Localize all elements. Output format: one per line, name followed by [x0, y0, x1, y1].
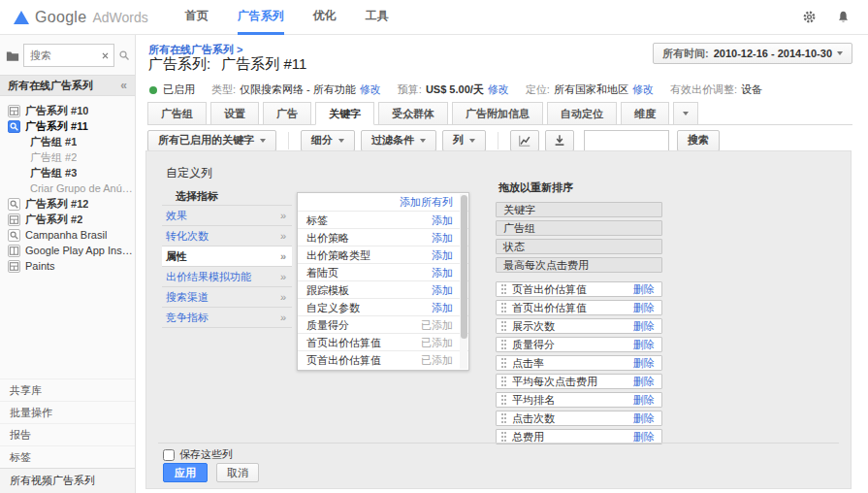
metric-category[interactable]: 出价结果模拟功能» [162, 267, 292, 287]
tab-广告[interactable]: 广告 [263, 102, 311, 125]
add-link[interactable]: 添加 [432, 212, 453, 228]
search-button[interactable]: 搜索 [677, 130, 720, 151]
bell-icon[interactable] [836, 10, 851, 24]
sidebar-search-input[interactable] [30, 49, 101, 61]
edit-link[interactable]: 修改 [360, 82, 381, 97]
metric-category[interactable]: 搜索渠道» [162, 287, 292, 308]
download-button[interactable] [545, 130, 574, 151]
reorder-items: 关键字广告组状态最高每次点击费用页首出价估算值删除首页出价估算值删除展示次数删除… [496, 202, 662, 444]
remove-link[interactable]: 删除 [633, 430, 655, 444]
sidebar-tree-item[interactable]: 广告系列 #12 [0, 196, 135, 212]
tab-广告附加信息[interactable]: 广告附加信息 [452, 102, 543, 125]
tab-关键字[interactable]: 关键字 [315, 102, 374, 125]
removable-column-item[interactable]: 平均每次点击费用删除 [496, 374, 662, 389]
sidebar-tree-item[interactable]: 广告组 #2 [0, 149, 135, 165]
metric-category[interactable]: 效果» [162, 206, 292, 226]
add-link[interactable]: 添加 [432, 229, 453, 246]
chevron-down-icon [469, 139, 475, 143]
drag-handle-icon[interactable] [501, 284, 506, 294]
folder-icon[interactable] [6, 49, 19, 62]
cancel-button[interactable]: 取消 [216, 463, 259, 482]
sidebar-tree-item[interactable]: Paints [0, 258, 135, 274]
sidebar-footer-item[interactable]: 共享库 [0, 378, 135, 401]
toolbar-divider [498, 132, 498, 149]
drag-handle-icon[interactable] [501, 303, 506, 312]
sidebar-item-all-video-campaigns[interactable]: 所有视频广告系列 [0, 468, 135, 493]
metric-category[interactable]: 转化次数» [162, 226, 292, 246]
top-nav-item[interactable]: 工具 [366, 0, 389, 35]
edit-link[interactable]: 修改 [488, 82, 509, 97]
remove-link[interactable]: 删除 [633, 282, 655, 296]
toolbar-dropdown-button[interactable]: 细分 [301, 130, 355, 151]
sidebar-tree-item[interactable]: 广告组 #3 [0, 165, 135, 181]
removable-column-item[interactable]: 平均排名删除 [496, 392, 662, 408]
sidebar-tree-item[interactable]: Criar Grupo de Anúncios [0, 181, 135, 196]
edit-link[interactable]: 修改 [632, 82, 654, 97]
collapse-icon[interactable]: « [120, 79, 127, 92]
tab-广告组[interactable]: 广告组 [147, 102, 207, 125]
removable-column-item[interactable]: 点击次数删除 [496, 411, 662, 426]
sidebar-footer-item[interactable]: 报告 [0, 423, 135, 445]
remove-link[interactable]: 删除 [633, 319, 655, 333]
remove-link[interactable]: 删除 [633, 301, 655, 314]
add-link[interactable]: 添加 [432, 246, 453, 263]
drag-handle-icon[interactable] [501, 358, 506, 368]
chart-button[interactable] [510, 130, 539, 151]
top-nav-item[interactable]: 广告系列 [238, 0, 284, 35]
drag-handle-icon[interactable] [501, 413, 506, 423]
remove-link[interactable]: 删除 [633, 393, 655, 407]
top-nav-item[interactable]: 首页 [185, 0, 209, 35]
add-link[interactable]: 添加 [432, 281, 453, 298]
tab-more-button[interactable] [673, 102, 698, 125]
sidebar-tree-item[interactable]: Google Play App Installs [0, 243, 135, 258]
top-nav-item[interactable]: 优化 [313, 0, 337, 35]
sidebar-tree-item[interactable]: 广告系列 #11 [0, 118, 135, 134]
sidebar-search-box[interactable] [23, 44, 114, 67]
metric-category[interactable]: 属性» [162, 246, 292, 267]
remove-link[interactable]: 删除 [633, 338, 655, 351]
search-icon[interactable] [118, 49, 130, 61]
chevron-down-icon [338, 139, 344, 143]
drag-handle-icon[interactable] [501, 377, 506, 386]
adwords-logo[interactable]: Google AdWords [14, 9, 148, 26]
metric-category[interactable]: 竞争指标» [162, 308, 292, 328]
keyword-view-button[interactable]: 所有已启用的关键字 [147, 130, 276, 151]
sidebar-footer-item[interactable]: 批量操作 [0, 401, 135, 423]
save-columns-checkbox[interactable] [163, 449, 175, 461]
sidebar-header[interactable]: 所有在线广告系列 « [0, 75, 135, 96]
gear-icon[interactable] [802, 10, 817, 24]
apply-button[interactable]: 应用 [163, 463, 208, 482]
clear-icon[interactable] [101, 51, 110, 60]
sidebar-footer-item[interactable]: 标签 [0, 445, 135, 468]
sidebar-tree-item[interactable]: 广告组 #1 [0, 134, 135, 149]
tab-维度[interactable]: 维度 [621, 102, 669, 125]
remove-link[interactable]: 删除 [633, 375, 655, 388]
remove-link[interactable]: 删除 [633, 356, 655, 370]
add-all-columns-link[interactable]: 添加所有列 [400, 193, 453, 211]
drag-handle-icon[interactable] [501, 340, 506, 349]
drag-handle-icon[interactable] [501, 321, 506, 331]
tab-设置[interactable]: 设置 [210, 102, 259, 125]
removable-column-item[interactable]: 页首出价估算值删除 [496, 281, 662, 297]
sidebar-tree-item[interactable]: 广告系列 #10 [0, 103, 135, 118]
tab-自动定位[interactable]: 自动定位 [547, 102, 617, 125]
date-range-button[interactable]: 所有时间: 2010-12-16 - 2014-10-30 [653, 43, 852, 64]
sidebar-tree-item[interactable]: 广告系列 #2 [0, 212, 135, 227]
removable-column-item[interactable]: 展示次数删除 [496, 318, 662, 334]
removable-column-item[interactable]: 首页出价估算值删除 [496, 300, 662, 315]
drag-handle-icon[interactable] [501, 395, 506, 405]
tab-受众群体[interactable]: 受众群体 [378, 102, 448, 125]
drag-handle-icon[interactable] [501, 432, 506, 442]
tree-item-label: Campanha Brasil [25, 229, 107, 241]
removable-column-item[interactable]: 点击率删除 [496, 355, 662, 371]
add-link[interactable]: 添加 [432, 299, 453, 315]
remove-link[interactable]: 删除 [633, 411, 655, 425]
toolbar-dropdown-button[interactable]: 过滤条件 [361, 130, 436, 151]
logo-brand: Google [35, 9, 86, 26]
sidebar-tree-item[interactable]: Campanha Brasil [0, 227, 135, 243]
removable-column-item[interactable]: 质量得分删除 [496, 337, 662, 352]
scrollbar-thumb[interactable] [461, 195, 467, 339]
keyword-search-input[interactable] [584, 130, 669, 151]
add-link[interactable]: 添加 [432, 264, 453, 280]
toolbar-dropdown-button[interactable]: 列 [442, 130, 486, 151]
